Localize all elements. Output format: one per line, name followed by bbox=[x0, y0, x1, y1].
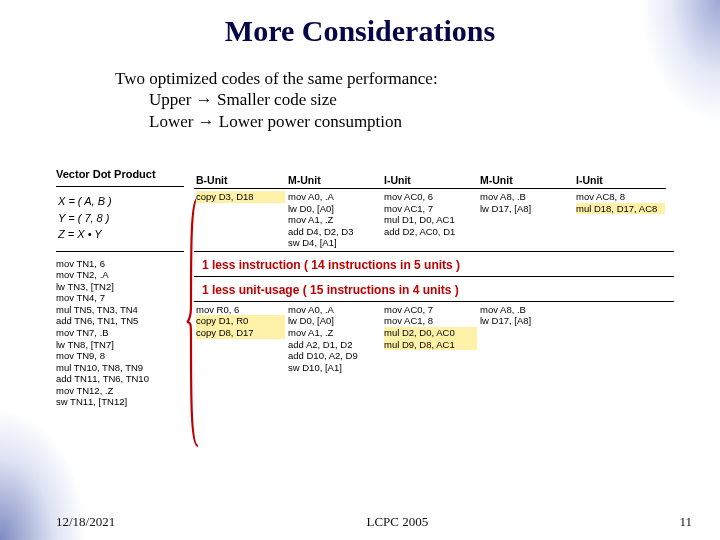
hl-mul-d9: mul D9, D8, AC1 bbox=[384, 339, 477, 351]
col-head-i1: I-Unit bbox=[382, 174, 478, 189]
page-title: More Considerations bbox=[0, 0, 720, 48]
l-m2: mov A8, .Blw D17, [A8] bbox=[478, 302, 574, 375]
hl-copy-d8: copy D8, D17 bbox=[196, 327, 285, 339]
lower-table: mov R0, 6 copy D1, R0 copy D8, D17 mov A… bbox=[194, 301, 674, 375]
column-headers: B-Unit M-Unit I-Unit M-Unit I-Unit bbox=[194, 174, 674, 189]
col-head-b: B-Unit bbox=[194, 174, 286, 189]
footer-page: 11 bbox=[679, 514, 692, 530]
footer-date: 12/18/2021 bbox=[56, 514, 115, 530]
decor-corner-tr bbox=[630, 0, 720, 140]
u-i2: mov AC8, 8 mul D18, D17, AC8 bbox=[574, 189, 666, 251]
footer-venue: LCPC 2005 bbox=[366, 514, 428, 530]
vdp-math-y: Y = ( 7, 8 ) bbox=[58, 210, 184, 227]
vdp-math-x: X = ( A, B ) bbox=[58, 193, 184, 210]
col-head-m1: M-Unit bbox=[286, 174, 382, 189]
hl-mul-d18: mul D18, D17, AC8 bbox=[576, 203, 665, 215]
hl-copy-d1: copy D1, R0 bbox=[196, 315, 285, 327]
code-columns: B-Unit M-Unit I-Unit M-Unit I-Unit copy … bbox=[194, 174, 674, 375]
u-m2: mov A8, .Blw D17, [A8] bbox=[478, 189, 574, 251]
upper-table: copy D3, D18 mov A0, .Alw D0, [A0] mov A… bbox=[194, 189, 674, 251]
l-m1: mov A0, .Alw D0, [A0]mov A1, .Z add A2, … bbox=[286, 302, 382, 375]
footer: 12/18/2021 LCPC 2005 11 bbox=[0, 514, 720, 530]
vdp-title: Vector Dot Product bbox=[56, 168, 184, 180]
u-i1: mov AC0, 6mov AC1, 7 mul D1, D0, AC1add … bbox=[382, 189, 478, 251]
hl-mul-d2: mul D2, D0, AC0 bbox=[384, 327, 477, 339]
vdp-math-z: Z = X • Y bbox=[58, 226, 184, 243]
banner-less-instr: 1 less instruction ( 14 instructions in … bbox=[194, 251, 674, 276]
banner-less-unit: 1 less unit-usage ( 15 instructions in 4… bbox=[194, 276, 674, 301]
hl-copy-d3: copy D3, D18 bbox=[196, 191, 285, 203]
vdp-math: X = ( A, B ) Y = ( 7, 8 ) Z = X • Y bbox=[56, 191, 184, 249]
u-m1: mov A0, .Alw D0, [A0] mov A1, .Zadd D4, … bbox=[286, 189, 382, 251]
col-head-i2: I-Unit bbox=[574, 174, 666, 189]
l-i1: mov AC0, 7mov AC1, 8 mul D2, D0, AC0 mul… bbox=[382, 302, 478, 375]
l-b: mov R0, 6 copy D1, R0 copy D8, D17 bbox=[194, 302, 286, 375]
figure: Vector Dot Product X = ( A, B ) Y = ( 7,… bbox=[56, 168, 674, 478]
vdp-code: mov TN1, 6 mov TN2, .A lw TN3, [TN2] mov… bbox=[56, 256, 184, 409]
vector-dot-product-box: Vector Dot Product X = ( A, B ) Y = ( 7,… bbox=[56, 168, 184, 408]
u-b: copy D3, D18 bbox=[194, 189, 286, 251]
col-head-m2: M-Unit bbox=[478, 174, 574, 189]
l-i2-empty bbox=[574, 302, 666, 375]
